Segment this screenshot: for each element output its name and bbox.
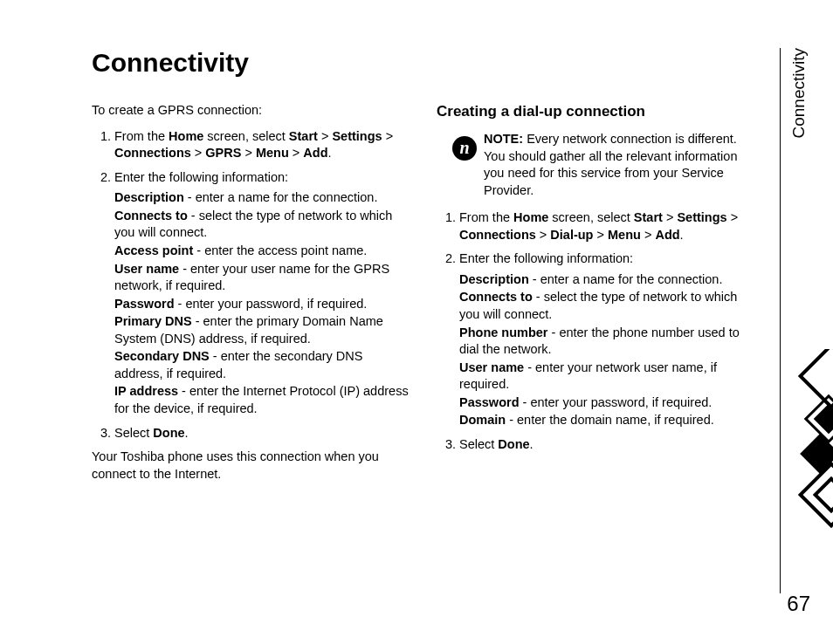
page-title: Connectivity bbox=[92, 48, 789, 78]
manual-page: Connectivity To create a GPRS connection… bbox=[0, 0, 833, 644]
gprs-step-2: Enter the following information: Descrip… bbox=[114, 169, 410, 418]
gprs-closing: Your Toshiba phone uses this connection … bbox=[92, 449, 410, 483]
dialup-steps: From the Home screen, select Start > Set… bbox=[437, 209, 755, 453]
page-number: 67 bbox=[787, 592, 810, 616]
gprs-intro: To create a GPRS connection: bbox=[92, 102, 410, 120]
gprs-step-1: From the Home screen, select Start > Set… bbox=[114, 128, 410, 162]
side-section-label: Connectivity bbox=[789, 48, 809, 139]
dialup-heading: Creating a dial-up connection bbox=[437, 102, 755, 122]
dialup-step-1: From the Home screen, select Start > Set… bbox=[459, 209, 755, 243]
dialup-step-3: Select Done. bbox=[459, 436, 755, 454]
note-block: n NOTE: Every network connection is diff… bbox=[452, 131, 755, 199]
note-icon: n bbox=[452, 136, 477, 161]
note-text: NOTE: Every network connection is differ… bbox=[484, 131, 755, 199]
two-column-layout: To create a GPRS connection: From the Ho… bbox=[92, 102, 789, 483]
gprs-step-3: Select Done. bbox=[114, 425, 410, 442]
gprs-steps: From the Home screen, select Start > Set… bbox=[92, 128, 410, 442]
dialup-step-2: Enter the following information: Descrip… bbox=[459, 250, 755, 429]
right-column: Creating a dial-up connection n NOTE: Ev… bbox=[437, 102, 755, 483]
left-column: To create a GPRS connection: From the Ho… bbox=[92, 102, 410, 483]
edge-decoration bbox=[785, 349, 833, 558]
side-divider bbox=[780, 48, 781, 593]
